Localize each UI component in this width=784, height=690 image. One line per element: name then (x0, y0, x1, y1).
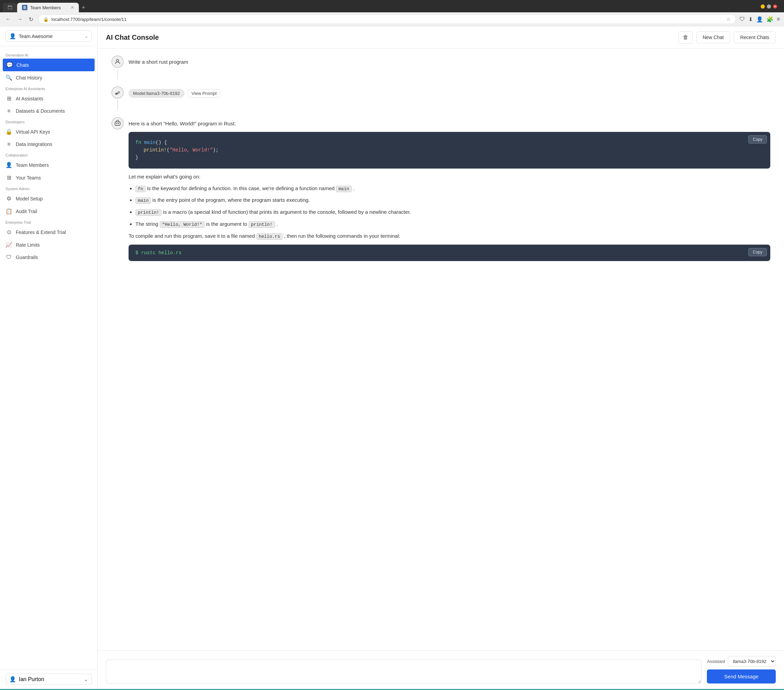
section-label-enterprise-ai: Enterprise AI Assistants (0, 84, 97, 92)
url-input[interactable]: 🔒 localhost:7700/app/team/1/console/11 ☆ (38, 15, 736, 24)
send-message-button[interactable]: Send Message (707, 669, 776, 683)
account-icon[interactable]: 👤 (756, 16, 763, 23)
bullet-item-println: println! is a macro (a special kind of f… (135, 208, 770, 217)
new-chat-button[interactable]: New Chat (696, 31, 730, 43)
compile-text-1: To compile and run this program, save it… (128, 233, 257, 239)
user-name: Ian Purton (19, 676, 44, 682)
sidebar-item-model-setup[interactable]: ⚙ Model Setup (0, 192, 97, 205)
user-selector[interactable]: 👤 Ian Purton ⌄ (5, 674, 92, 685)
chat-textarea[interactable] (106, 659, 702, 683)
trash-button[interactable]: 🗑 (679, 31, 693, 44)
ai-response-intro: Here is a short "Hello, World!" program … (128, 117, 770, 128)
sidebar-item-model-setup-label: Model Setup (16, 196, 43, 202)
fn-keyword: fn (135, 186, 146, 192)
sidebar-item-data-integrations[interactable]: ≡ Data Integrations (0, 138, 97, 150)
features-trial-icon: ⊙ (5, 229, 12, 235)
tab-label: Team Members (30, 5, 61, 10)
sidebar-item-features-trial[interactable]: ⊙ Features & Extend Trial (0, 226, 97, 238)
view-prompt-button[interactable]: View Prompt (187, 89, 221, 98)
security-icon: 🔒 (43, 17, 49, 22)
svg-point-4 (117, 123, 117, 124)
inactive-tab[interactable]: 🗔 (3, 3, 17, 12)
section-label-collaboration: Collaboration (0, 150, 97, 159)
chat-area: Write a short rust program Model:llama3-… (98, 49, 784, 650)
url-bar: ← → ↻ 🔒 localhost:7700/app/team/1/consol… (0, 12, 784, 26)
sidebar-header: 👤 Team Awesome ⌄ (0, 26, 97, 46)
explanation-heading: Let me explain what's going on: (128, 172, 770, 181)
string-pre: The string (135, 221, 160, 227)
terminal-command: $ rustc hello.rs (135, 250, 181, 256)
sidebar-item-guardrails-label: Guardrails (16, 255, 38, 260)
team-name: Team Awesome (19, 34, 82, 39)
svg-point-5 (118, 123, 119, 124)
bullet-item-fn: fn is the keyword for defining a functio… (135, 184, 770, 193)
chat-input-controls: Assistant llama3-70b-8192 gpt-4 claude-3… (707, 656, 776, 683)
sidebar-item-data-integrations-label: Data Integrations (16, 141, 53, 147)
team-selector[interactable]: 👤 Team Awesome ⌄ (5, 31, 92, 42)
main-keyword-2: main (135, 197, 151, 204)
ai-assistants-icon: ⊞ (5, 95, 12, 102)
page-title: AI Chat Console (106, 34, 679, 41)
guardrails-icon: 🛡 (5, 254, 12, 260)
terminal-copy-button[interactable]: Copy (748, 248, 767, 256)
compile-text-2: , then run the following commands in you… (284, 233, 400, 239)
ai-avatar (111, 117, 124, 130)
section-label-enterprise-trial: Enterprise Trial (0, 218, 97, 226)
close-window-button[interactable]: ✕ (773, 5, 777, 8)
code-copy-button[interactable]: Copy (748, 135, 767, 143)
sidebar-nav: Generative AI 💬 Chats 🔍 Chat History Ent… (0, 46, 97, 669)
back-button[interactable]: ← (4, 15, 12, 24)
rate-limits-icon: 📈 (5, 242, 12, 248)
sidebar-item-datasets[interactable]: ≡ Datasets & Documents (0, 105, 97, 117)
active-tab[interactable]: B Team Members ✕ (17, 3, 79, 12)
bullet-item-string: The string "Hello, World!" is the argume… (135, 220, 770, 228)
sidebar-item-datasets-label: Datasets & Documents (16, 108, 65, 114)
extensions-icon[interactable]: 🧩 (766, 16, 773, 23)
model-setup-icon: ⚙ (5, 195, 12, 202)
forward-button[interactable]: → (16, 15, 24, 24)
tab-icon-inactive: 🗔 (8, 5, 12, 10)
minimize-button[interactable] (761, 5, 765, 8)
sidebar-item-chats-label: Chats (16, 62, 29, 68)
new-tab-button[interactable]: + (79, 4, 88, 11)
header-actions: 🗑 New Chat Recent Chats (679, 31, 776, 44)
sidebar-item-chat-history-label: Chat History (16, 75, 42, 80)
audit-trail-icon: 📋 (5, 208, 12, 214)
sidebar-item-audit-trail[interactable]: 📋 Audit Trail (0, 205, 97, 218)
refresh-button[interactable]: ↻ (27, 15, 35, 24)
download-icon[interactable]: ⬇ (748, 16, 753, 23)
sidebar-item-chat-history[interactable]: 🔍 Chat History (0, 71, 97, 84)
sidebar-item-your-teams[interactable]: ⊞ Your Teams (0, 171, 97, 184)
maximize-button[interactable] (767, 5, 771, 8)
user-message: Write a short rust program (111, 56, 770, 79)
model-select[interactable]: llama3-70b-8192 gpt-4 claude-3 (728, 656, 776, 667)
sidebar-item-chats[interactable]: 💬 Chats (3, 59, 95, 71)
menu-icon[interactable]: ≡ (777, 16, 780, 22)
bookmark-icon[interactable]: ☆ (726, 16, 731, 22)
sidebar-item-ai-assistants[interactable]: ⊞ AI Assistants (0, 92, 97, 105)
sidebar-item-api-keys[interactable]: 🔒 Virtual API Keys (0, 125, 97, 138)
println-keyword: println! (135, 209, 161, 216)
sidebar: 👤 Team Awesome ⌄ Generative AI 💬 Chats 🔍… (0, 26, 98, 689)
main-header: AI Chat Console 🗑 New Chat Recent Chats (98, 26, 784, 49)
code-block: Copy fn main() { println!("Hello, World!… (128, 132, 770, 169)
terminal-block: Copy $ rustc hello.rs (128, 245, 770, 261)
main-content: AI Chat Console 🗑 New Chat Recent Chats … (98, 26, 784, 689)
team-members-icon: 👤 (5, 162, 12, 168)
section-label-system-admin: System Admin (0, 184, 97, 192)
string-mid: is the argument to (206, 221, 249, 227)
user-chevron-icon: ⌄ (84, 676, 88, 682)
tab-close-btn[interactable]: ✕ (71, 5, 74, 10)
string-end: . (276, 221, 278, 227)
user-icon: 👤 (9, 676, 16, 682)
user-avatar (111, 56, 124, 68)
recent-chats-button[interactable]: Recent Chats (734, 31, 776, 43)
compile-instruction: To compile and run this program, save it… (128, 232, 770, 240)
section-label-developers: Developers (0, 117, 97, 125)
hello-rs-file: hello.rs (257, 233, 282, 240)
sidebar-item-rate-limits[interactable]: 📈 Rate Limits (0, 238, 97, 251)
sidebar-item-guardrails[interactable]: 🛡 Guardrails (0, 251, 97, 263)
sidebar-item-team-members[interactable]: 👤 Team Members (0, 159, 97, 171)
your-teams-icon: ⊞ (5, 174, 12, 181)
println-keyword-2: println! (249, 221, 275, 228)
